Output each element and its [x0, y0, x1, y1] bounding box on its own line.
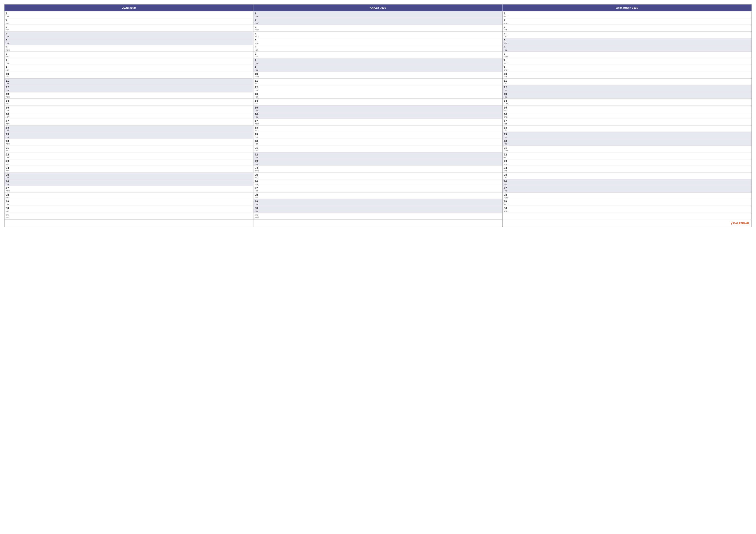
day-name: САБ — [6, 130, 11, 132]
day-row: 31ПЕТ — [5, 213, 253, 220]
day-row: 5СРЕ — [254, 38, 502, 45]
day-info: 3ПОН — [255, 25, 259, 31]
day-name: ПОН — [6, 143, 11, 145]
day-number: 28 — [504, 193, 509, 196]
day-info: 27ПОН — [6, 187, 11, 192]
bottom-col-2: 7CALENDAR — [502, 220, 751, 227]
day-number: 24 — [504, 166, 509, 170]
day-name: САБ — [504, 183, 509, 185]
day-number: 2 — [255, 18, 259, 22]
day-number: 22 — [255, 153, 259, 156]
day-name: НЕД — [255, 22, 259, 24]
day-name: ЧЕТ — [6, 116, 11, 118]
day-name: ПОН — [6, 49, 11, 51]
day-number: 4 — [6, 32, 11, 36]
day-name: ЧЕТ — [255, 96, 259, 98]
day-info: 19СРЕ — [255, 133, 259, 138]
day-name: САБ — [255, 203, 259, 206]
month-column-0: Јули 20201СРЕ2ЧЕТ3ПЕТ4САБ5НЕД6ПОН7ВТО8СР… — [5, 5, 254, 220]
day-row: 28ВТО — [5, 193, 253, 199]
day-info: 28ПЕТ — [255, 193, 259, 199]
day-name: ВТО — [6, 197, 11, 199]
day-row: 24ЧЕТ — [502, 166, 751, 172]
day-info: 4САБ — [6, 32, 11, 38]
day-info: 4ПЕТ — [504, 32, 509, 38]
day-info: 5САБ — [504, 39, 509, 44]
day-number: 17 — [504, 119, 509, 123]
day-number: 10 — [504, 72, 509, 76]
day-number: 2 — [6, 18, 11, 22]
day-row: 6НЕД — [502, 45, 751, 52]
day-number: 11 — [255, 79, 259, 83]
day-name: СРЕ — [255, 136, 259, 139]
day-name: НЕД — [504, 143, 509, 145]
day-number: 29 — [504, 200, 509, 203]
day-info: 9СРЕ — [504, 66, 509, 71]
day-row: 9НЕД — [254, 65, 502, 72]
day-name: СРЕ — [6, 157, 11, 159]
day-number: 26 — [255, 180, 259, 183]
day-number: 8 — [504, 59, 509, 62]
day-name: СРЕ — [6, 15, 11, 18]
day-info: 15САБ — [255, 106, 259, 112]
day-row: 2ЧЕТ — [5, 18, 253, 25]
day-number: 5 — [504, 39, 509, 42]
day-info: 3ПЕТ — [6, 25, 11, 31]
day-row: 4ПЕТ — [502, 32, 751, 38]
day-number: 20 — [504, 140, 509, 143]
day-info: 20НЕД — [504, 140, 509, 145]
day-number: 27 — [504, 187, 509, 190]
day-info: 29САБ — [255, 200, 259, 205]
day-name: ПЕТ — [255, 197, 259, 199]
day-number: 4 — [255, 32, 259, 36]
day-number: 28 — [6, 193, 11, 196]
day-name: ПЕТ — [6, 217, 11, 219]
day-number: 14 — [504, 99, 509, 103]
day-name: ПЕТ — [255, 103, 259, 105]
day-name: СРЕ — [504, 163, 509, 165]
day-number: 1 — [504, 12, 509, 15]
day-number: 3 — [504, 25, 509, 29]
day-name: САБ — [255, 63, 259, 64]
day-row: 12НЕД — [5, 85, 253, 92]
day-name: САБ — [504, 42, 509, 44]
day-info: 8СРЕ — [6, 59, 11, 64]
day-name: ПЕТ — [255, 150, 259, 152]
day-number: 15 — [504, 106, 509, 109]
day-name: ПЕТ — [6, 29, 11, 31]
day-row: 31ПОН — [254, 213, 502, 220]
day-number: 19 — [6, 133, 11, 136]
day-info: 23НЕД — [255, 160, 259, 165]
day-info: 13НЕД — [504, 92, 509, 98]
day-number: 17 — [6, 119, 11, 123]
day-row: 6ЧЕТ — [254, 45, 502, 52]
day-info: 30ЧЕТ — [6, 207, 11, 212]
day-row: 15ВТО — [502, 106, 751, 112]
day-name: ВТО — [6, 56, 11, 58]
day-name: НЕД — [255, 69, 259, 71]
day-number: 18 — [6, 126, 11, 129]
day-row: 19СРЕ — [254, 132, 502, 139]
day-number: 18 — [504, 126, 509, 129]
day-number: 5 — [255, 39, 259, 42]
day-number: 19 — [504, 133, 509, 136]
day-number: 6 — [255, 45, 259, 49]
day-number: 9 — [504, 66, 509, 69]
day-name: ПЕТ — [504, 83, 509, 85]
day-name: СРЕ — [255, 89, 259, 91]
day-number: 23 — [6, 160, 11, 163]
day-info: 27НЕД — [504, 187, 509, 192]
day-number: 7 — [255, 52, 259, 56]
day-number: 29 — [255, 200, 259, 203]
day-name: САБ — [504, 136, 509, 139]
day-info: 9ЧЕТ — [6, 66, 11, 71]
day-name: НЕД — [504, 49, 509, 51]
day-row: 25ПЕТ — [502, 173, 751, 179]
day-number: 29 — [6, 200, 11, 203]
day-name: САБ — [255, 15, 259, 18]
day-row: 30НЕД — [254, 206, 502, 213]
day-number: 21 — [504, 146, 509, 150]
day-info: 24ПЕТ — [6, 166, 11, 172]
day-name: САБ — [6, 177, 11, 179]
day-info: 17ПОН — [255, 119, 259, 125]
